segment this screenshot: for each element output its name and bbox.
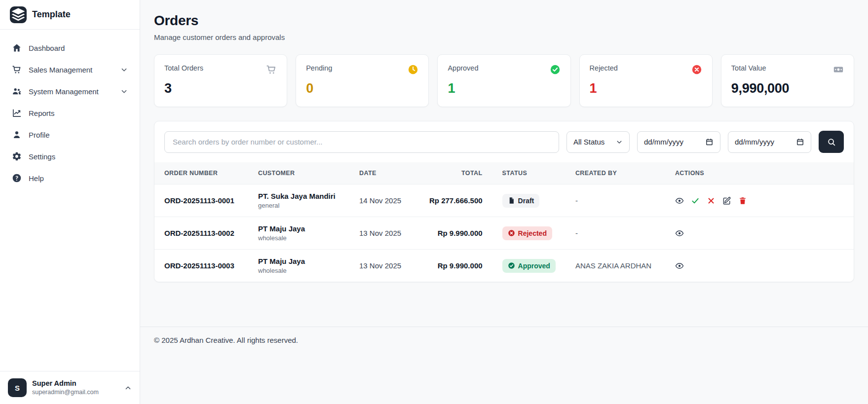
column-header-status: Status (492, 162, 566, 184)
customer-cell: PT. Suka Jaya Mandirigeneral (248, 184, 349, 217)
eye-icon (675, 196, 684, 205)
customer-cell: PT Maju Jayawholesale (248, 217, 349, 250)
reject-action-button[interactable] (707, 196, 716, 205)
clock-icon (408, 64, 418, 75)
actions-cell (665, 217, 854, 250)
chevron-down-icon (120, 88, 128, 95)
sidebar-item-settings[interactable]: Settings (6, 146, 134, 167)
table-row: ORD-20251113-0003PT Maju Jayawholesale13… (154, 250, 854, 282)
order-date: 13 Nov 2025 (349, 217, 419, 250)
status-cell: Rejected (492, 217, 566, 250)
stats-row: Total Orders3Pending0Approved1Rejected1T… (154, 54, 854, 107)
status-cell: Draft (492, 184, 566, 217)
sidebar-item-reports[interactable]: Reports (6, 103, 134, 123)
banknote-icon (833, 64, 844, 75)
calendar-icon (705, 138, 714, 146)
help-icon (12, 173, 22, 183)
order-number: ORD-20251113-0002 (154, 217, 248, 250)
actions-cell (665, 184, 854, 217)
customer-cell: PT Maju Jayawholesale (248, 250, 349, 282)
sidebar-item-label: System Management (29, 87, 99, 96)
sidebar-item-profile[interactable]: Profile (6, 124, 134, 145)
search-icon (827, 138, 836, 147)
user-profile-card[interactable]: S Super Admin superadmin@gmail.com (0, 371, 140, 404)
users-icon (12, 86, 22, 96)
stat-label: Approved (448, 64, 478, 72)
sidebar-item-label: Dashboard (29, 44, 65, 52)
stat-value: 0 (306, 81, 418, 96)
order-number: ORD-20251113-0003 (154, 250, 248, 282)
date-to-value: dd/mm/yyyy (735, 138, 774, 146)
status-cell: Approved (492, 250, 566, 282)
page-title: Orders (154, 13, 854, 29)
filter-bar: All Status dd/mm/yyyy dd/mm/yyyy (154, 121, 854, 162)
view-action-button[interactable] (675, 196, 684, 205)
user-email: superadmin@gmail.com (32, 389, 99, 397)
sidebar-item-help[interactable]: Help (6, 168, 134, 188)
status-filter-select[interactable]: All Status (566, 131, 630, 153)
gear-icon (12, 151, 22, 161)
stat-label: Pending (306, 64, 332, 72)
check-circle-badge-icon (508, 262, 515, 269)
stat-card-total-orders: Total Orders3 (154, 54, 287, 107)
status-badge: Draft (502, 194, 540, 208)
stat-value: 1 (448, 81, 560, 96)
date-from-input[interactable]: dd/mm/yyyy (637, 131, 720, 153)
table-body: ORD-20251113-0001PT. Suka Jaya Mandirige… (154, 184, 854, 282)
x-icon (707, 196, 716, 205)
layers-icon (10, 6, 27, 23)
sidebar-item-label: Settings (29, 152, 55, 161)
actions-cell (665, 250, 854, 282)
status-filter-value: All Status (573, 138, 604, 146)
stat-card-total-value: Total Value9,990,000 (721, 54, 854, 107)
sidebar-item-system-management[interactable]: System Management (6, 81, 134, 102)
user-icon (12, 130, 22, 140)
chart-icon (12, 108, 22, 118)
orders-table: Order Number Customer Date Total Status … (154, 162, 854, 282)
app-window: Template DashboardSales ManagementSystem… (0, 0, 868, 404)
view-action-button[interactable] (675, 229, 684, 238)
created-by: - (566, 184, 665, 217)
check-circle-icon (550, 64, 561, 75)
stat-card-approved: Approved1 (437, 54, 570, 107)
stat-value: 1 (590, 81, 702, 96)
page-content: Orders Manage customer orders and approv… (140, 0, 868, 282)
stat-label: Total Orders (164, 64, 203, 72)
sidebar-item-sales-management[interactable]: Sales Management (6, 59, 134, 80)
order-number: ORD-20251113-0001 (154, 184, 248, 217)
column-header-actions: Actions (665, 162, 854, 184)
column-header-customer: Customer (248, 162, 349, 184)
sidebar-item-label: Profile (29, 131, 50, 139)
user-name: Super Admin (32, 379, 99, 388)
delete-action-button[interactable] (738, 196, 747, 205)
sidebar: Template DashboardSales ManagementSystem… (0, 0, 140, 404)
sidebar-item-label: Help (29, 174, 44, 183)
copyright-text: © 2025 Ardhan Creative. All rights reser… (154, 336, 298, 344)
view-action-button[interactable] (675, 261, 684, 270)
orders-panel: All Status dd/mm/yyyy dd/mm/yyyy (154, 121, 854, 282)
stat-card-pending: Pending0 (296, 54, 429, 107)
search-button[interactable] (819, 131, 844, 153)
document-icon (508, 197, 515, 204)
status-badge: Rejected (502, 226, 552, 240)
cart-icon (12, 65, 22, 74)
sidebar-item-dashboard[interactable]: Dashboard (6, 37, 134, 58)
edit-action-button[interactable] (722, 196, 731, 205)
date-to-input[interactable]: dd/mm/yyyy (728, 131, 811, 153)
table-row: ORD-20251113-0001PT. Suka Jaya Mandirige… (154, 184, 854, 217)
sidebar-nav: DashboardSales ManagementSystem Manageme… (0, 30, 140, 371)
customer-name: PT. Suka Jaya Mandiri (258, 192, 340, 200)
search-input[interactable] (164, 131, 559, 153)
stat-value: 3 (164, 81, 277, 96)
date-from-value: dd/mm/yyyy (644, 138, 683, 146)
approve-action-button[interactable] (691, 196, 700, 205)
stat-label: Total Value (731, 64, 766, 72)
order-total: Rp 9.990.000 (419, 250, 492, 282)
column-header-created-by: Created By (566, 162, 665, 184)
order-total: Rp 9.990.000 (419, 217, 492, 250)
brand-logo[interactable]: Template (0, 0, 140, 30)
created-by: ANAS ZAKIA ARDHAN (566, 250, 665, 282)
page-subtitle: Manage customer orders and approvals (154, 33, 854, 41)
created-by: - (566, 217, 665, 250)
customer-type: wholesale (258, 267, 340, 274)
